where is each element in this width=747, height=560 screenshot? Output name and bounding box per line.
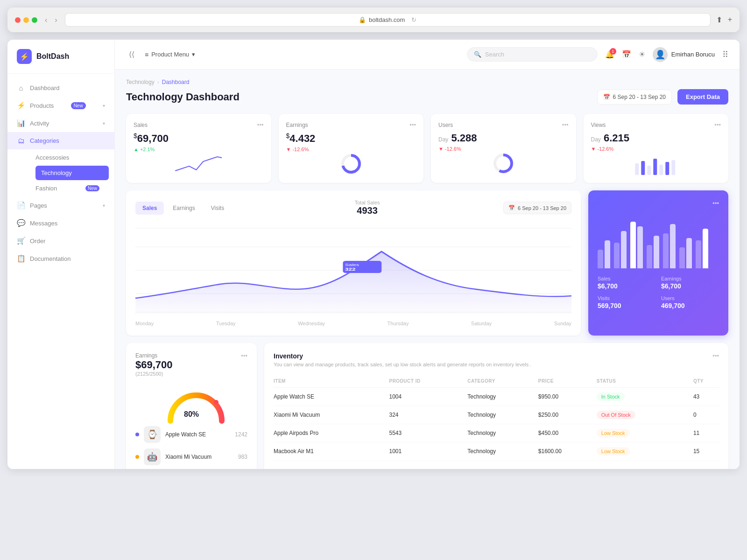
list-item: ⌚ Apple Watch SE 1242 xyxy=(135,426,247,443)
sidebar-item-documentation[interactable]: 📋 Documentation xyxy=(7,250,114,267)
cell-item: Macbook Air M1 xyxy=(274,442,389,461)
total-sales-label: Total Sales xyxy=(355,200,380,205)
collapse-button[interactable]: ⟨⟨ xyxy=(126,47,137,62)
messages-icon: 💬 xyxy=(17,219,25,227)
bar-stat-label: Visits xyxy=(598,295,655,301)
sidebar-item-accessories[interactable]: Accessosies xyxy=(35,150,109,165)
sidebar-item-messages[interactable]: 💬 Messages xyxy=(7,214,114,232)
cell-category: Technology xyxy=(467,406,538,424)
sidebar-item-categories[interactable]: 🗂 Categories xyxy=(7,132,114,149)
bar-stat-visits: Visits 569,700 xyxy=(598,295,655,309)
sidebar-item-dashboard[interactable]: ⌂ Dashboard xyxy=(7,79,114,97)
date-range-text: 6 Sep 20 - 13 Sep 20 xyxy=(613,94,666,100)
bar-stat-sales: Sales $6,700 xyxy=(598,276,655,290)
cell-category: Technology xyxy=(467,424,538,442)
notification-badge: 1 xyxy=(610,48,616,55)
export-button[interactable]: Export Data xyxy=(677,89,728,105)
new-tab-icon[interactable]: + xyxy=(728,15,732,24)
stat-label: Earnings xyxy=(286,122,308,128)
table-row: Apple Watch SE 1004 Technology $950.00 I… xyxy=(274,388,719,406)
stat-card-users: Users ••• Day 5.288 ▼ -12.6% xyxy=(431,114,576,183)
chevron-down-icon: ▾ xyxy=(103,121,105,126)
sidebar-item-fashion[interactable]: Fashion New xyxy=(35,181,109,196)
browser-nav: ‹ › xyxy=(43,15,59,25)
inventory-card: Inventory ••• You can view and manage pr… xyxy=(264,343,728,469)
chart-total-info: Total Sales 4933 xyxy=(355,200,380,216)
search-bar[interactable]: 🔍 Search xyxy=(467,47,598,62)
tab-visits[interactable]: Visits xyxy=(204,202,231,215)
user-info[interactable]: 👤 Emirhan Borucu xyxy=(653,47,715,62)
minimize-dot[interactable] xyxy=(23,17,29,23)
cell-qty: 43 xyxy=(693,388,719,406)
breadcrumb: Technology › Dashboard xyxy=(126,79,728,85)
sidebar-item-products[interactable]: ⚡ Products New ▾ xyxy=(7,97,114,114)
breadcrumb-current: Dashboard xyxy=(162,79,190,85)
tab-earnings[interactable]: Earnings xyxy=(166,202,202,215)
share-icon[interactable]: ⬆ xyxy=(716,15,722,24)
cell-status: In Stock xyxy=(597,388,693,406)
url-text: boltdash.com xyxy=(369,16,405,23)
stat-options-button[interactable]: ••• xyxy=(409,121,416,128)
header-actions: 📅 6 Sep 20 - 13 Sep 20 Export Data xyxy=(597,89,728,105)
sidebar-item-technology[interactable]: Technology xyxy=(35,166,109,180)
tab-sales[interactable]: Sales xyxy=(135,202,164,215)
bar xyxy=(621,231,627,268)
arrow-down-icon: ▼ xyxy=(591,146,596,152)
earnings-card: Earnings $69,700 (2125/2500) ••• xyxy=(126,343,257,469)
close-dot[interactable] xyxy=(15,17,21,23)
sidebar-item-label: Pages xyxy=(30,202,47,209)
earnings-options[interactable]: ••• xyxy=(241,352,247,359)
product-menu[interactable]: ≡ Product Menu ▾ xyxy=(145,51,195,58)
sidebar-item-order[interactable]: 🛒 Order xyxy=(7,232,114,250)
stats-grid: Sales ••• $69,700 ▲ +2.1% xyxy=(126,114,728,183)
notifications-button[interactable]: 🔔 1 xyxy=(605,50,614,59)
sidebar-item-activity[interactable]: 📊 Activity ▾ xyxy=(7,114,114,132)
bar xyxy=(696,240,701,268)
back-button[interactable]: ‹ xyxy=(43,15,49,25)
maximize-dot[interactable] xyxy=(32,17,37,23)
cell-status: Low Stock xyxy=(597,442,693,461)
inventory-options[interactable]: ••• xyxy=(712,352,719,360)
cell-status: Low Stock xyxy=(597,424,693,442)
grid-icon[interactable]: ⠿ xyxy=(722,49,728,60)
bar xyxy=(637,226,643,268)
bar-chart-options[interactable]: ••• xyxy=(598,200,719,207)
stat-options-button[interactable]: ••• xyxy=(562,121,569,128)
col-item: ITEM xyxy=(274,375,389,388)
cell-qty: 11 xyxy=(693,424,719,442)
activity-icon: 📊 xyxy=(17,119,25,127)
status-badge: In Stock xyxy=(597,392,625,401)
products-badge: New xyxy=(71,102,86,109)
date-range-picker[interactable]: 📅 6 Sep 20 - 13 Sep 20 xyxy=(597,90,672,105)
stat-value: Day 5.288 xyxy=(438,132,569,144)
stat-bar-chart xyxy=(591,152,721,175)
page-content: Technology › Dashboard Technology Dashbo… xyxy=(115,70,740,469)
cell-item: Apple Airpods Pro xyxy=(274,424,389,442)
stat-options-button[interactable]: ••• xyxy=(714,121,721,128)
bar-chart-stats: Sales $6,700 Earnings $6,700 Visits 569,… xyxy=(598,276,719,309)
bar-stat-value: 469,700 xyxy=(661,302,719,309)
pages-icon: 📄 xyxy=(17,201,25,210)
forward-button[interactable]: › xyxy=(53,15,59,25)
calendar-icon: 📅 xyxy=(508,205,515,211)
bar xyxy=(598,250,603,268)
sidebar-item-pages[interactable]: 📄 Pages ▾ xyxy=(7,196,114,214)
arrow-down-icon: ▼ xyxy=(286,147,291,152)
sidebar-item-label: Dashboard xyxy=(30,84,60,91)
stat-options-button[interactable]: ••• xyxy=(257,121,264,128)
chart-date-range-text: 6 Sep 20 - 13 Sep 20 xyxy=(518,205,566,211)
hamburger-icon: ≡ xyxy=(145,51,148,58)
list-item: 🤖 Xiaomi Mi Vacuum 983 xyxy=(135,448,247,465)
settings-button[interactable]: ☀ xyxy=(639,50,645,59)
bottom-row: Earnings $69,700 (2125/2500) ••• xyxy=(126,343,728,469)
cell-price: $1600.00 xyxy=(538,442,597,461)
calendar-button[interactable]: 📅 xyxy=(622,50,631,59)
chart-date-range[interactable]: 📅 6 Sep 20 - 13 Sep 20 xyxy=(503,202,571,214)
cell-category: Technology xyxy=(467,388,538,406)
axis-label: Wednesday xyxy=(298,321,325,326)
stat-card-sales: Sales ••• $69,700 ▲ +2.1% xyxy=(126,114,271,183)
cell-product-id: 1001 xyxy=(389,442,467,461)
reload-icon[interactable]: ↻ xyxy=(411,16,416,23)
svg-text:322: 322 xyxy=(345,267,356,272)
address-bar[interactable]: 🔒 boltdash.com ↻ xyxy=(65,13,711,27)
